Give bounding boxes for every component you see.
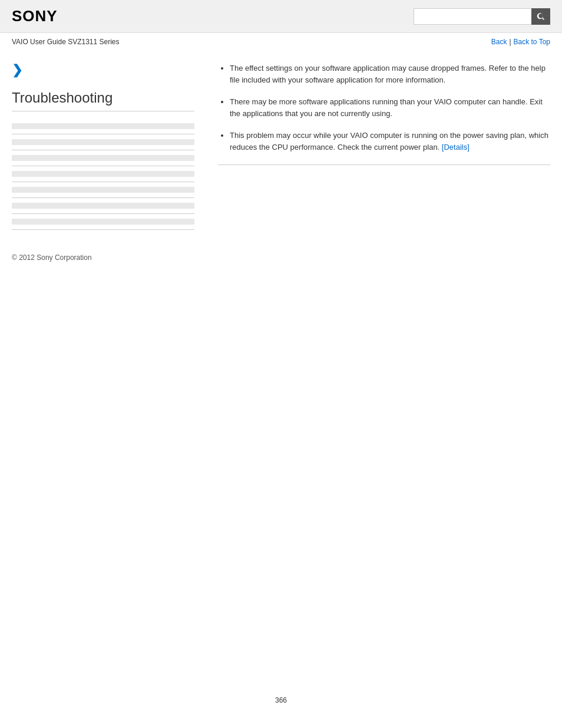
sidebar-link[interactable] <box>12 155 194 161</box>
back-link[interactable]: Back <box>491 38 507 46</box>
breadcrumb: VAIO User Guide SVZ1311 Series <box>12 38 120 46</box>
list-item <box>12 134 194 150</box>
search-area <box>414 8 550 25</box>
sidebar-link[interactable] <box>12 187 194 193</box>
sidebar-links <box>12 118 194 230</box>
chevron-icon: ❯ <box>12 62 194 78</box>
content-bullet-1: The effect settings on your software app… <box>230 62 550 85</box>
sony-logo: SONY <box>12 7 58 25</box>
search-button[interactable] <box>531 8 550 25</box>
search-icon <box>536 12 546 21</box>
back-to-top-link[interactable]: Back to Top <box>514 38 550 46</box>
content-bullet-3: This problem may occur while your VAIO c… <box>230 130 550 153</box>
content-bullet-2: There may be more software applications … <box>230 96 550 119</box>
sidebar-link[interactable] <box>12 123 194 129</box>
details-link[interactable]: [Details] <box>442 143 470 151</box>
section-title: Troubleshooting <box>12 90 194 111</box>
nav-bar: VAIO User Guide SVZ1311 Series Back | Ba… <box>0 33 562 51</box>
list-item <box>12 214 194 230</box>
bullet-text-1: The effect settings on your software app… <box>230 64 546 84</box>
nav-separator: | <box>509 38 511 46</box>
sidebar-link[interactable] <box>12 139 194 145</box>
main-content: The effect settings on your software app… <box>206 62 550 230</box>
left-sidebar: ❯ Troubleshooting <box>12 62 194 230</box>
content-list: The effect settings on your software app… <box>218 62 550 153</box>
nav-links: Back | Back to Top <box>491 38 550 46</box>
content-area: ❯ Troubleshooting The effect settings on… <box>0 51 562 242</box>
sidebar-link[interactable] <box>12 171 194 177</box>
list-item <box>12 118 194 134</box>
list-item <box>12 182 194 198</box>
header: SONY <box>0 0 562 33</box>
list-item <box>12 198 194 214</box>
list-item <box>12 150 194 166</box>
page-number: 366 <box>0 684 562 716</box>
bullet-text-2: There may be more software applications … <box>230 97 543 118</box>
content-divider <box>218 164 550 165</box>
sidebar-link[interactable] <box>12 219 194 225</box>
list-item <box>12 166 194 182</box>
footer: © 2012 Sony Corporation <box>0 242 562 274</box>
sidebar-link[interactable] <box>12 203 194 209</box>
copyright-text: © 2012 Sony Corporation <box>12 253 92 262</box>
search-input[interactable] <box>414 8 531 25</box>
bullet-text-3: This problem may occur while your VAIO c… <box>230 131 548 151</box>
